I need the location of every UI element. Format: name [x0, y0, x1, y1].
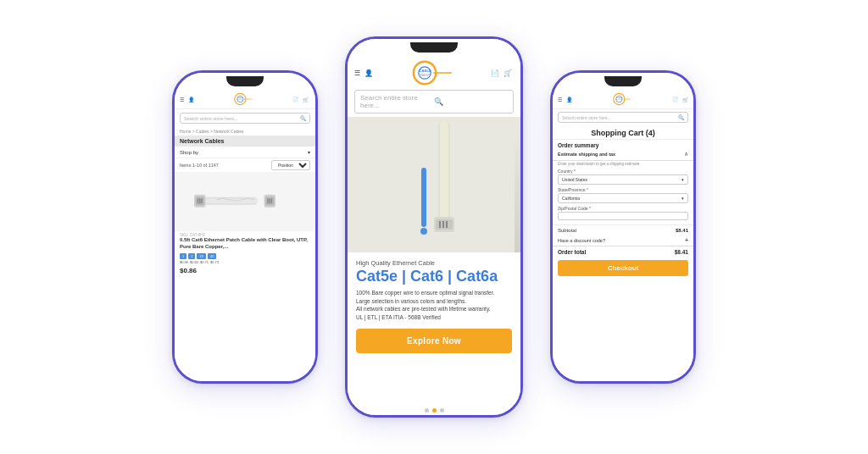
p3-cart-icon[interactable]: 🛒 — [682, 97, 688, 102]
p2-doc-icon[interactable]: 📄 — [491, 69, 499, 77]
svg-rect-30 — [421, 168, 426, 227]
p3-order-total-label: Order total — [558, 249, 586, 255]
desc-line-4: UL | ETL | ETA ITIA - 568B Verified — [356, 313, 512, 322]
items-count: Items 1-10 of 1147 — [180, 163, 219, 168]
p1-category-title: Network Cables — [175, 136, 315, 147]
p3-order-total-row: Order total $8.41 — [553, 246, 693, 257]
p3-discount-row[interactable]: Have a discount code? + — [553, 235, 693, 246]
p2-search-bar[interactable]: Search entire store here... 🔍 — [354, 90, 514, 114]
p2-content: High Quality Ethernet Cable Cat5e | Cat6… — [348, 252, 520, 404]
svg-rect-15 — [270, 198, 271, 203]
svg-rect-16 — [271, 198, 273, 203]
shopby-label: Shop by — [180, 150, 198, 155]
p2-hero-image — [348, 117, 520, 252]
p1-search-placeholder: Search entire store here... — [184, 116, 300, 121]
explore-now-button[interactable]: Explore Now — [356, 329, 512, 353]
p3-search-bar[interactable]: Search entire store here... 🔍 — [558, 112, 688, 123]
phone-3-screen: ☰ 👤 CABLE LEADER 📄 🛒 Search entire store — [553, 90, 693, 381]
p3-search-placeholder: Search entire store here... — [562, 115, 678, 120]
p1-header: ☰ 👤 CABLE LEADER 📄 🛒 — [175, 90, 315, 109]
p3-subtotal-label: Subtotal — [558, 228, 576, 233]
p3-doc-icon[interactable]: 📄 — [672, 97, 678, 102]
p3-discount-icon: + — [685, 237, 688, 243]
svg-text:CABLE: CABLE — [419, 69, 431, 73]
p2-carousel-dots — [348, 404, 520, 415]
p1-search-icon: 🔍 — [300, 115, 306, 121]
svg-rect-24 — [440, 121, 448, 223]
p3-order-total-value: $8.41 — [675, 249, 688, 255]
p3-zip-label: Zip/Postal Code * — [553, 205, 693, 211]
p1-search-bar[interactable]: Search entire store here... 🔍 — [180, 113, 310, 124]
doc-icon[interactable]: 📄 — [292, 97, 298, 102]
hero-cable-svg — [353, 117, 515, 252]
p1-qty-table: 1 2 20 40 — [180, 253, 310, 259]
qty-2: 2 — [188, 253, 195, 259]
p2-cart-icon[interactable]: 🛒 — [504, 69, 512, 77]
phone-3: ☰ 👤 CABLE LEADER 📄 🛒 Search entire store — [550, 70, 696, 384]
p2-description: 100% Bare copper wire to ensure optimal … — [356, 289, 512, 322]
svg-rect-29 — [446, 221, 448, 228]
p3-state-value: California — [562, 196, 580, 201]
menu-icon[interactable]: ☰ — [180, 97, 184, 102]
p3-zip-input[interactable] — [558, 212, 688, 220]
svg-rect-28 — [442, 221, 444, 228]
p3-discount-label: Have a discount code? — [558, 238, 605, 243]
dot-2[interactable] — [432, 408, 437, 412]
p2-user-icon[interactable]: 👤 — [364, 69, 373, 77]
svg-rect-6 — [201, 198, 259, 203]
cart-icon[interactable]: 🛒 — [303, 97, 309, 102]
notch-bar-2 — [348, 39, 520, 56]
p3-estimate-desc: Enter your destination to get a shipping… — [553, 161, 693, 168]
p3-estimate-chevron: ∧ — [684, 151, 688, 158]
p3-country-value: United States — [562, 177, 587, 182]
p2-cable-logo: CABLE LEADER — [412, 59, 453, 86]
p3-cable-logo: CABLE LEADER — [613, 92, 632, 106]
svg-rect-14 — [267, 198, 269, 203]
svg-rect-9 — [198, 198, 199, 203]
p3-cart-title: Shopping Cart (4) — [553, 125, 693, 140]
notch-bar-3 — [553, 73, 693, 90]
p3-header: ☰ 👤 CABLE LEADER 📄 🛒 — [553, 90, 693, 109]
p3-menu-icon[interactable]: ☰ — [558, 97, 562, 102]
qty-3: 20 — [197, 253, 205, 259]
p1-shopby: Shop by ▾ — [175, 147, 315, 158]
p2-subtitle: High Quality Ethernet Cable — [356, 259, 512, 267]
p1-product-name: 0.5ft Cat6 Ethernet Patch Cable with Cle… — [180, 237, 310, 251]
p2-menu-icon[interactable]: ☰ — [354, 69, 360, 77]
p1-product-info: SKU: CAT-8HF 0.5ft Cat6 Ethernet Patch C… — [175, 231, 315, 264]
p2-title: Cat5e | Cat6 | Cat6a — [356, 269, 512, 285]
user-icon[interactable]: 👤 — [188, 97, 194, 102]
svg-text:CABLE: CABLE — [237, 97, 243, 98]
dot-3[interactable] — [440, 408, 444, 412]
p3-state-select[interactable]: California ▾ — [558, 193, 688, 203]
p1-big-price: $0.86 — [175, 264, 315, 274]
p1-sort-select[interactable]: Position — [271, 160, 310, 170]
dot-1[interactable] — [425, 408, 429, 412]
p3-estimate-label: Estimate shipping and tax — [558, 152, 615, 157]
phone-2: ☰ 👤 CABLE LEADER 📄 🛒 — [345, 36, 523, 418]
p3-subtotal-value: $8.41 — [676, 228, 688, 233]
phone-2-screen: ☰ 👤 CABLE LEADER 📄 🛒 — [348, 56, 520, 415]
notch-3 — [604, 76, 642, 86]
phone-1: ☰ 👤 CABLE LEADER 📄 🛒 Search ent — [172, 70, 318, 384]
p3-user-icon[interactable]: 👤 — [566, 97, 572, 102]
desc-line-2: Large selection in various colors and le… — [356, 297, 512, 306]
p2-search-icon: 🔍 — [434, 97, 508, 106]
notch-1 — [226, 76, 264, 86]
svg-point-17 — [413, 62, 435, 84]
p3-estimate-row[interactable]: Estimate shipping and tax ∧ — [553, 148, 693, 161]
svg-rect-22 — [353, 117, 515, 252]
p3-subtotal-row: Subtotal $8.41 — [553, 224, 693, 235]
scene: ☰ 👤 CABLE LEADER 📄 🛒 Search ent — [0, 0, 868, 454]
cable-leader-logo: CABLE LEADER — [234, 92, 253, 106]
desc-line-3: All network cables are pre-tested with l… — [356, 305, 512, 313]
p2-logo-wrap: CABLE LEADER — [373, 59, 491, 86]
p3-country-select[interactable]: United States ▾ — [558, 174, 688, 185]
svg-rect-27 — [439, 221, 441, 228]
p3-country-chevron: ▾ — [682, 177, 684, 182]
p3-checkout-button[interactable]: Checkout — [558, 260, 688, 276]
p2-header: ☰ 👤 CABLE LEADER 📄 🛒 — [348, 56, 520, 90]
p3-country-label: Country * — [553, 168, 693, 174]
notch-2 — [410, 42, 458, 53]
p3-order-summary-label: Order summary — [553, 140, 693, 148]
